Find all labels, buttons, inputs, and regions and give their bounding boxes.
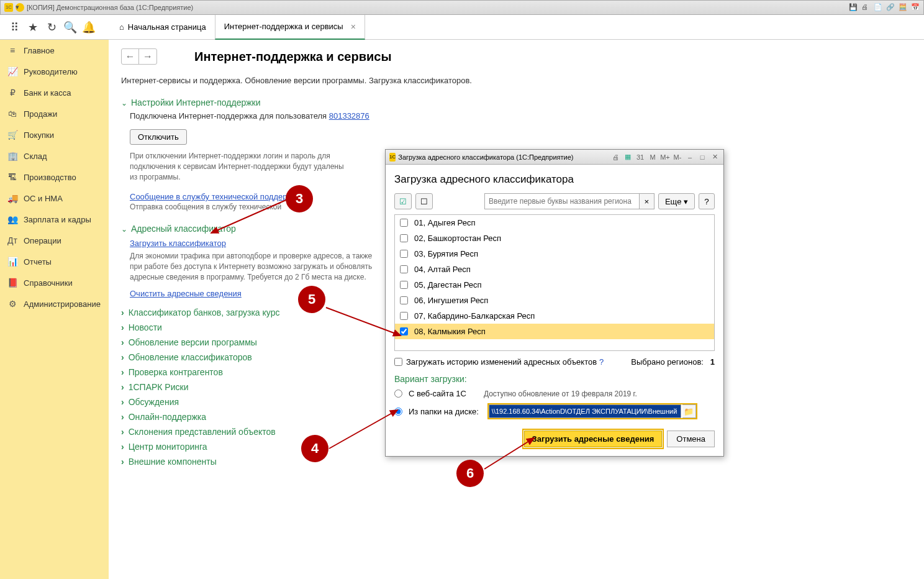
navigation-sidebar: ≡Главное📈Руководителю₽Банк и касса🛍Прода… <box>0 40 109 579</box>
link-icon[interactable]: 🔗 <box>886 3 895 12</box>
disk-path-input[interactable] <box>489 404 681 418</box>
disconnect-button[interactable]: Отключить <box>130 129 187 145</box>
dropdown-icon[interactable]: ▾ <box>16 3 24 12</box>
sidebar-icon: 🏢 <box>7 151 17 161</box>
sidebar-icon: ≡ <box>7 45 17 55</box>
page-title: Интернет-поддержка и сервисы <box>194 50 391 64</box>
app-titlebar: 1C ▾ [КОПИЯ] Демонстрационная база (1С:П… <box>0 0 924 15</box>
dialog-minimize-icon[interactable]: – <box>685 152 695 162</box>
clear-address-link[interactable]: Очистить адресные сведения <box>130 289 242 298</box>
sidebar-item[interactable]: 🛍Продажи <box>0 103 109 124</box>
search-button[interactable]: 🔍 <box>61 18 79 37</box>
region-list[interactable]: 01, Адыгея Респ02, Башкортостан Респ03, … <box>394 214 715 351</box>
tab-home[interactable]: ⌂ Начальная страница <box>111 15 215 40</box>
apps-button[interactable]: ⠿ <box>5 18 24 37</box>
region-checkbox[interactable] <box>400 250 408 258</box>
history-button[interactable]: ↻ <box>42 18 61 37</box>
region-search-input[interactable] <box>484 193 640 209</box>
sidebar-label: Администрирование <box>24 299 101 309</box>
radio-web[interactable] <box>394 390 402 398</box>
sidebar-item[interactable]: ₽Банк и касса <box>0 82 109 103</box>
sidebar-item[interactable]: 🛒Покупки <box>0 124 109 145</box>
notifications-button[interactable]: 🔔 <box>79 18 98 37</box>
sidebar-item[interactable]: 📊Отчеты <box>0 251 109 272</box>
history-checkbox[interactable] <box>394 358 402 366</box>
region-checkbox[interactable] <box>400 296 408 304</box>
nav-back-button[interactable]: ← <box>122 49 139 64</box>
sidebar-icon: Дт <box>7 235 17 245</box>
region-row[interactable]: 02, Башкортостан Респ <box>395 230 714 246</box>
dialog-maximize-icon[interactable]: □ <box>697 152 707 162</box>
region-row[interactable]: 04, Алтай Респ <box>395 262 714 277</box>
more-button[interactable]: Еще ▾ <box>658 193 695 209</box>
sidebar-item[interactable]: ДтОперации <box>0 230 109 251</box>
region-row[interactable]: 07, Кабардино-Балкарская Респ <box>395 308 714 324</box>
doc-icon[interactable]: 📄 <box>874 3 882 12</box>
tab-close-icon[interactable]: × <box>351 22 356 32</box>
region-checkbox[interactable] <box>400 327 408 335</box>
region-label: 02, Башкортостан Респ <box>414 234 501 243</box>
region-checkbox[interactable] <box>400 219 408 227</box>
sidebar-item[interactable]: 📕Справочники <box>0 272 109 293</box>
dialog-date-icon[interactable]: 31 <box>635 152 645 162</box>
sidebar-item[interactable]: 🚚ОС и НМА <box>0 188 109 209</box>
tab-home-label: Начальная страница <box>128 22 206 32</box>
section-link[interactable]: Внешние компоненты <box>121 457 912 467</box>
web-hint: Доступно обновление от 19 февраля 2019 г… <box>484 390 637 398</box>
region-row[interactable]: 03, Бурятия Респ <box>395 246 714 262</box>
calendar-icon[interactable]: 📅 <box>911 3 920 12</box>
region-row[interactable]: 08, Калмыкия Респ <box>395 324 714 339</box>
support-message-link[interactable]: Сообщение в службу технической поддержки <box>130 192 301 201</box>
uncheck-all-button[interactable]: ☐ <box>415 193 433 209</box>
region-row[interactable]: 01, Адыгея Респ <box>395 215 714 230</box>
history-help-link[interactable]: ? <box>599 357 604 367</box>
callout-3: 3 <box>286 185 313 212</box>
sidebar-item[interactable]: 👥Зарплата и кадры <box>0 209 109 230</box>
check-all-button[interactable]: ☑ <box>394 193 412 209</box>
sidebar-item[interactable]: 📈Руководителю <box>0 61 109 82</box>
selected-count: 1 <box>710 357 715 367</box>
section-internet-support[interactable]: Настройки Интернет-поддержки <box>121 98 912 107</box>
sidebar-icon: 📊 <box>7 257 17 267</box>
folder-browse-button[interactable]: 📁 <box>682 404 696 418</box>
dialog-m-icon[interactable]: M <box>648 152 658 162</box>
sidebar-item[interactable]: 🏗Производство <box>0 166 109 188</box>
dialog-mminus-icon[interactable]: M- <box>673 152 682 162</box>
dialog-print-icon[interactable]: 🖨 <box>610 152 620 162</box>
dialog-app-icon: 1C <box>389 153 396 162</box>
load-button[interactable]: Загрузить адресные сведения <box>524 431 663 447</box>
sidebar-item[interactable]: 🏢Склад <box>0 145 109 166</box>
tab-active[interactable]: Интернет-поддержка и сервисы × <box>215 15 365 40</box>
favorites-button[interactable]: ★ <box>24 18 42 37</box>
region-checkbox[interactable] <box>400 312 408 320</box>
sidebar-label: Продажи <box>24 109 57 119</box>
print-icon[interactable]: 🖨 <box>861 3 870 12</box>
cancel-button[interactable]: Отмена <box>667 431 715 447</box>
region-row[interactable]: 05, Дагестан Респ <box>395 277 714 293</box>
dialog-mplus-icon[interactable]: M+ <box>660 152 670 162</box>
save-icon[interactable]: 💾 <box>849 3 858 12</box>
nav-arrows: ← → <box>121 48 157 65</box>
region-label: 01, Адыгея Респ <box>414 218 476 227</box>
region-checkbox[interactable] <box>400 265 408 273</box>
radio-disk[interactable] <box>394 408 402 416</box>
clear-search-button[interactable]: × <box>640 193 654 209</box>
load-classifier-link[interactable]: Загрузить классификатор <box>130 239 226 248</box>
dialog-cal-icon[interactable]: ▦ <box>623 152 633 162</box>
sidebar-label: Банк и касса <box>24 88 71 98</box>
calc-icon[interactable]: 🧮 <box>899 3 907 12</box>
sidebar-icon: ⚙ <box>7 299 17 309</box>
sidebar-item[interactable]: ⚙Администрирование <box>0 293 109 314</box>
window-title: [КОПИЯ] Демонстрационная база (1С:Предпр… <box>27 4 193 11</box>
region-checkbox[interactable] <box>400 234 408 242</box>
region-checkbox[interactable] <box>400 281 408 289</box>
region-row[interactable]: 06, Ингушетия Респ <box>395 293 714 308</box>
sidebar-item[interactable]: ≡Главное <box>0 40 109 61</box>
nav-forward-button[interactable]: → <box>139 49 156 64</box>
load-classifier-hint: Для экономии трафика при автоподборе и п… <box>130 251 378 282</box>
connected-user-link[interactable]: 801332876 <box>329 111 369 121</box>
sidebar-label: Склад <box>24 152 47 161</box>
sidebar-label: Операции <box>24 236 61 245</box>
dialog-close-icon[interactable]: ✕ <box>710 152 720 162</box>
help-button[interactable]: ? <box>699 193 715 209</box>
